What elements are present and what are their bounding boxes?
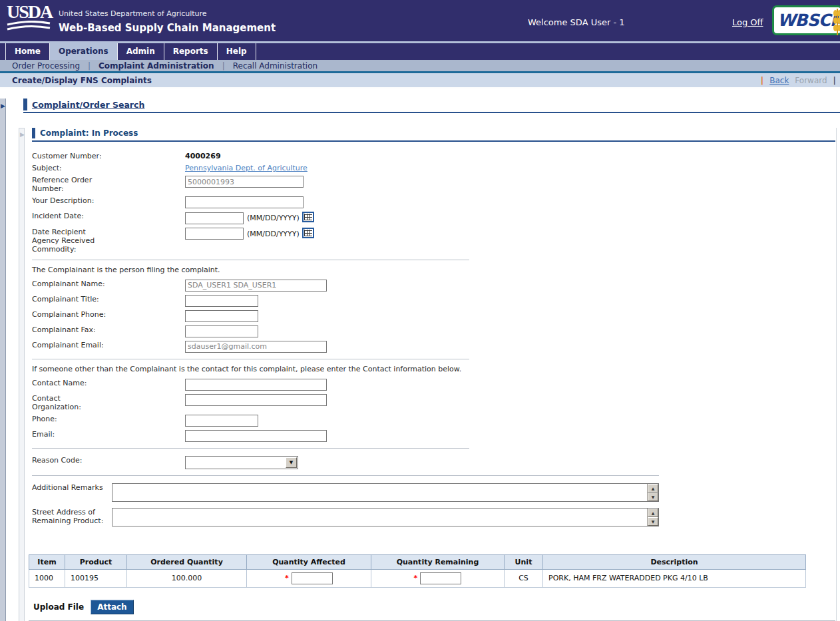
scroll-up-icon[interactable]: ▲ bbox=[648, 509, 658, 517]
tab-help[interactable]: Help bbox=[217, 43, 256, 60]
nav-collapse-strip[interactable]: ▶ bbox=[0, 99, 6, 621]
incident-date-input[interactable] bbox=[185, 212, 244, 224]
contact-email-input[interactable] bbox=[185, 430, 327, 442]
complainant-phone-row: Complainant Phone: bbox=[32, 308, 835, 322]
wbscm-logo: WBSCM bbox=[772, 5, 840, 35]
subnav-complaint-administration[interactable]: Complaint Administration bbox=[99, 61, 214, 71]
quantity-remaining-input[interactable] bbox=[420, 572, 461, 584]
table-row: 1000 100195 100.000 * * CS PORK, HAM FRZ… bbox=[29, 569, 806, 587]
form-divider bbox=[32, 260, 469, 260]
subject-label: Subject: bbox=[32, 162, 185, 172]
your-description-row: Your Description: bbox=[32, 194, 835, 208]
date-received-input[interactable] bbox=[185, 228, 244, 240]
customer-number-value: 4000269 bbox=[185, 150, 221, 160]
textarea-scrollbar[interactable]: ▲ ▼ bbox=[647, 509, 658, 526]
wbscm-application: USDA United States Department of Agricul… bbox=[0, 0, 840, 621]
additional-remarks-value bbox=[112, 484, 658, 487]
dropdown-arrow-icon[interactable]: ▼ bbox=[286, 457, 297, 468]
complaint-form: Customer Number: 4000269 Subject: Pennsy… bbox=[32, 150, 835, 526]
complainant-name-input[interactable] bbox=[185, 280, 327, 292]
date-format-hint: (MM/DD/YYYY) bbox=[247, 214, 300, 222]
contact-intro: If someone other than the Complainant is… bbox=[32, 365, 835, 373]
street-address-value bbox=[112, 509, 658, 511]
form-divider bbox=[32, 475, 659, 476]
date-format-hint: (MM/DD/YYYY) bbox=[247, 230, 300, 238]
incident-date-row: Incident Date: (MM/DD/YYYY) bbox=[32, 210, 835, 224]
complainant-title-input[interactable] bbox=[185, 295, 258, 307]
scroll-up-icon[interactable]: ▲ bbox=[648, 484, 658, 493]
usda-logo: USDA bbox=[7, 3, 53, 38]
section-accent-bar bbox=[23, 99, 27, 110]
app-header: USDA United States Department of Agricul… bbox=[0, 0, 840, 41]
your-description-input[interactable] bbox=[185, 196, 304, 208]
collapse-arrow-icon[interactable]: ▶ bbox=[1, 103, 5, 109]
textarea-scrollbar[interactable]: ▲ ▼ bbox=[647, 484, 658, 501]
scroll-down-icon[interactable]: ▼ bbox=[648, 517, 658, 526]
panel-right-edge bbox=[836, 128, 837, 621]
contact-phone-label: Phone: bbox=[32, 413, 185, 423]
form-divider bbox=[32, 359, 469, 359]
cell-description: PORK, HAM FRZ WATERADDED PKG 4/10 LB bbox=[543, 569, 806, 587]
sub-nav: Order Processing | Complaint Administrat… bbox=[0, 60, 840, 71]
col-header-quantity-remaining: Quantity Remaining bbox=[371, 554, 505, 569]
complainant-email-label: Complainant Email: bbox=[32, 339, 185, 349]
forward-link-disabled[interactable]: Forward bbox=[795, 76, 827, 85]
street-address-textarea[interactable]: ▲ ▼ bbox=[112, 508, 659, 526]
section-rule bbox=[23, 112, 840, 113]
tab-admin[interactable]: Admin bbox=[117, 43, 164, 60]
cell-item: 1000 bbox=[29, 569, 65, 587]
complainant-fax-row: Complainant Fax: bbox=[32, 323, 835, 337]
complaint-order-search-link[interactable]: Complaint/Order Search bbox=[32, 100, 144, 110]
footer-divider bbox=[29, 620, 835, 621]
subnav-recall-administration[interactable]: Recall Administration bbox=[233, 61, 317, 71]
section-accent-bar bbox=[32, 128, 35, 138]
quantity-affected-input[interactable] bbox=[292, 572, 333, 584]
cell-product: 100195 bbox=[65, 569, 127, 587]
usda-swoosh-graphic bbox=[7, 21, 51, 31]
history-separator: | bbox=[761, 76, 763, 85]
complainant-phone-input[interactable] bbox=[185, 310, 258, 322]
calendar-grid bbox=[304, 230, 312, 236]
contact-organization-label: Contact Organization: bbox=[32, 392, 185, 411]
calendar-icon[interactable] bbox=[302, 212, 314, 222]
complainant-phone-label: Complainant Phone: bbox=[32, 308, 185, 319]
attach-button[interactable]: Attach bbox=[91, 600, 134, 614]
calendar-icon[interactable] bbox=[302, 228, 314, 238]
complainant-fax-input[interactable] bbox=[185, 325, 258, 337]
table-header-row: Item Product Ordered Quantity Quantity A… bbox=[29, 554, 806, 569]
col-header-unit: Unit bbox=[505, 554, 543, 569]
complainant-intro: The Complainant is the person filing the… bbox=[32, 266, 835, 274]
subject-link[interactable]: Pennsylvania Dept. of Agriculture bbox=[185, 164, 308, 172]
subnav-separator: | bbox=[88, 61, 91, 71]
items-table-container: Item Product Ordered Quantity Quantity A… bbox=[29, 554, 835, 588]
subnav-order-processing[interactable]: Order Processing bbox=[12, 61, 80, 71]
contact-organization-row: Contact Organization: bbox=[32, 392, 835, 411]
scroll-down-icon[interactable]: ▼ bbox=[648, 493, 658, 501]
cell-unit: CS bbox=[505, 569, 543, 587]
back-link[interactable]: Back bbox=[769, 76, 789, 85]
contact-name-row: Contact Name: bbox=[32, 377, 835, 391]
col-header-product: Product bbox=[65, 554, 127, 569]
tab-operations[interactable]: Operations bbox=[49, 43, 117, 60]
contact-phone-input[interactable] bbox=[185, 415, 258, 427]
reason-code-select[interactable]: ▼ bbox=[185, 456, 298, 469]
complaint-items-table: Item Product Ordered Quantity Quantity A… bbox=[29, 554, 806, 588]
complainant-name-row: Complainant Name: bbox=[32, 278, 835, 292]
contact-organization-input[interactable] bbox=[185, 394, 327, 406]
department-line: United States Department of Agriculture bbox=[59, 9, 207, 18]
panel-collapse-strip[interactable]: ▶ bbox=[19, 128, 25, 621]
complainant-email-input[interactable] bbox=[185, 341, 327, 353]
panel-collapse-arrow-icon[interactable]: ▶ bbox=[20, 131, 24, 138]
date-received-label: Date Recipient Agency Received Commodity… bbox=[32, 226, 185, 254]
calendar-grid bbox=[304, 214, 312, 220]
tab-home[interactable]: Home bbox=[5, 43, 49, 60]
additional-remarks-textarea[interactable]: ▲ ▼ bbox=[112, 483, 659, 502]
incident-date-label: Incident Date: bbox=[32, 210, 185, 220]
section-title: Complaint: In Process bbox=[40, 128, 138, 138]
reason-code-row: Reason Code: ▼ bbox=[32, 454, 835, 469]
log-off-link[interactable]: Log Off bbox=[732, 17, 763, 27]
tab-reports[interactable]: Reports bbox=[164, 43, 217, 60]
contact-name-input[interactable] bbox=[185, 379, 327, 391]
subject-row: Subject: Pennsylvania Dept. of Agricultu… bbox=[32, 162, 835, 172]
reference-order-input[interactable] bbox=[185, 176, 304, 188]
